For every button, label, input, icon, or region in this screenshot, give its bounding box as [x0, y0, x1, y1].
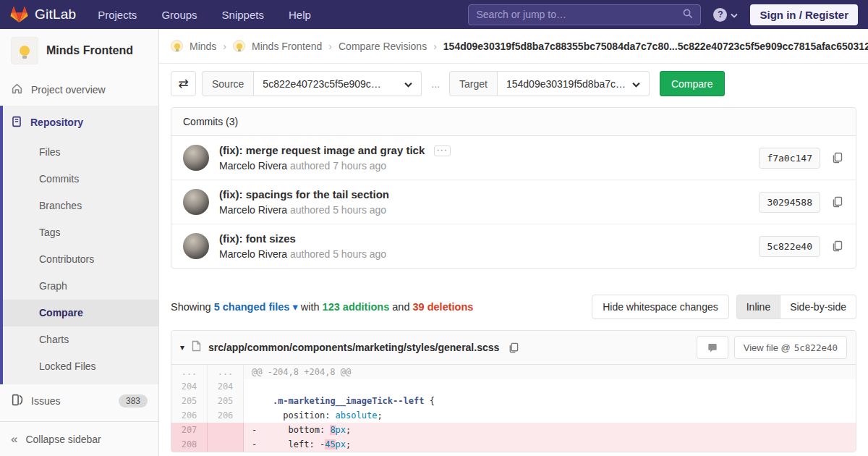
commit-authored-time: authored 7 hours ago	[290, 160, 386, 172]
new-line-number[interactable]: 205	[208, 394, 244, 408]
side-by-side-view-button[interactable]: Side-by-side	[780, 295, 856, 319]
file-path-link[interactable]: src/app/common/components/marketing/styl…	[208, 342, 499, 353]
view-file-button[interactable]: View file @ 5c822e40	[734, 336, 847, 359]
old-line-number[interactable]: 208	[171, 437, 208, 452]
new-line-number[interactable]: 204	[208, 379, 244, 394]
avatar[interactable]	[183, 189, 209, 215]
sidebar-item-charts[interactable]: Charts	[0, 326, 158, 353]
new-line-number[interactable]: 206	[208, 408, 244, 423]
project-name: Minds Frontend	[46, 44, 133, 57]
diff-line-row: 204 204	[171, 379, 856, 394]
commit-author-link[interactable]: Marcelo Rivera	[219, 160, 287, 172]
sidebar-item-locked-files[interactable]: Locked Files	[0, 353, 158, 380]
commit-authored-time: authored 5 hours ago	[290, 204, 386, 216]
commit-main: (fix): spacings for the tail section Mar…	[219, 188, 759, 216]
commit-row: (fix): spacings for the tail section Mar…	[171, 180, 856, 224]
chevron-down-icon	[404, 78, 412, 90]
file-icon	[191, 340, 202, 355]
sidebar-item-tags[interactable]: Tags	[0, 219, 158, 246]
hide-whitespace-button[interactable]: Hide whitespace changes	[592, 295, 729, 319]
and-label: and	[392, 301, 409, 313]
copy-sha-button[interactable]	[830, 239, 844, 253]
commits-card: Commits (3) (fix): merge request image a…	[171, 107, 856, 269]
help-menu[interactable]: ?	[713, 8, 738, 22]
project-context-header[interactable]: Minds Frontend	[0, 29, 158, 74]
lightbulb-icon	[20, 46, 30, 56]
old-line-number[interactable]: 206	[171, 408, 208, 423]
sign-in-register-button[interactable]: Sign in / Register	[750, 4, 858, 25]
nav-links: Projects Groups Snippets Help	[98, 9, 311, 21]
diff-view-controls: Hide whitespace changes Inline Side-by-s…	[592, 295, 856, 319]
top-navbar: GitLab Projects Groups Snippets Help ? S…	[0, 0, 868, 29]
old-line-number[interactable]: ...	[171, 365, 208, 379]
new-line-number[interactable]	[208, 423, 244, 437]
diff-summary-row: Showing 5 changed files ▾ with 123 addit…	[171, 295, 856, 319]
sidebar-item-compare[interactable]: Compare	[0, 300, 158, 326]
code-line: - left: -45px;	[244, 437, 856, 452]
view-mode-toggle: Inline Side-by-side	[736, 295, 856, 319]
sidebar-item-issues[interactable]: Issues 383	[0, 384, 158, 418]
sidebar-item-files[interactable]: Files	[0, 139, 158, 166]
breadcrumb-section[interactable]: Compare Revisions	[339, 41, 427, 52]
diff-file-header: ▾ src/app/common/components/marketing/st…	[171, 331, 856, 365]
new-line-number[interactable]	[208, 437, 244, 452]
source-branch-dropdown[interactable]: 5c822e40723c5f5e909c…	[254, 71, 422, 96]
search-icon	[682, 8, 693, 22]
view-file-label: View file @	[744, 342, 791, 353]
nav-link-projects[interactable]: Projects	[98, 9, 137, 21]
commit-title-link[interactable]: (fix): font sizes	[219, 232, 296, 245]
old-line-number[interactable]: 204	[171, 379, 208, 394]
changed-files-dropdown[interactable]: 5 changed files ▾	[214, 301, 298, 313]
copy-sha-button[interactable]	[830, 151, 844, 165]
page-body: ⇄ Source 5c822e40723c5f5e909c… ... Targe…	[159, 64, 868, 452]
sidebar-item-label: Repository	[30, 117, 83, 128]
document-icon	[11, 116, 22, 130]
nav-link-help[interactable]: Help	[289, 9, 311, 21]
collapse-sidebar-button[interactable]: « Collapse sidebar	[0, 421, 158, 456]
issues-icon	[11, 394, 23, 408]
nav-link-snippets[interactable]: Snippets	[222, 9, 264, 21]
new-line-number[interactable]: ...	[208, 365, 244, 379]
range-separator: ...	[427, 78, 443, 90]
sidebar-item-branches[interactable]: Branches	[0, 193, 158, 219]
compare-button[interactable]: Compare	[660, 71, 725, 96]
swap-revisions-button[interactable]: ⇄	[171, 71, 196, 96]
breadcrumb-group[interactable]: Minds	[190, 41, 216, 52]
copy-file-path-button[interactable]	[506, 341, 520, 355]
collapse-diff-caret-icon[interactable]: ▾	[180, 342, 184, 352]
sidebar-item-commits[interactable]: Commits	[0, 166, 158, 193]
comment-bubble-icon	[707, 342, 718, 353]
toggle-comments-button[interactable]	[697, 336, 728, 359]
commit-author-link[interactable]: Marcelo Rivera	[219, 248, 287, 260]
commit-author-link[interactable]: Marcelo Rivera	[219, 204, 287, 216]
showing-label: Showing	[171, 301, 211, 313]
caret-down-icon: ▾	[292, 301, 297, 313]
target-branch-dropdown[interactable]: 154d09e30319f5d8ba7c…	[498, 71, 650, 96]
commit-title-link[interactable]: (fix): merge request image and gray tick	[219, 144, 425, 156]
global-search[interactable]	[468, 4, 701, 25]
sidebar-item-graph[interactable]: Graph	[0, 273, 158, 300]
project-avatar	[11, 37, 38, 64]
code-line: - bottom: 8px;	[244, 423, 856, 437]
commit-authored-time: authored 5 hours ago	[290, 248, 386, 260]
inline-view-button[interactable]: Inline	[736, 295, 780, 319]
toggle-description-button[interactable]: ···	[434, 145, 451, 156]
avatar[interactable]	[183, 145, 209, 171]
copy-sha-button[interactable]	[830, 195, 844, 209]
old-line-number[interactable]: 207	[171, 423, 208, 437]
old-line-number[interactable]: 205	[171, 394, 208, 408]
gitlab-logo[interactable]: GitLab	[10, 6, 76, 23]
sidebar-item-project-overview[interactable]: Project overview	[0, 74, 158, 106]
breadcrumb-project[interactable]: Minds Frontend	[252, 41, 322, 52]
sidebar-item-contributors[interactable]: Contributors	[0, 246, 158, 273]
search-input[interactable]	[476, 9, 682, 20]
target-branch-value: 154d09e30319f5d8ba7c…	[506, 78, 626, 90]
sidebar-item-repository[interactable]: Repository	[0, 106, 158, 139]
breadcrumb-separator: ›	[223, 41, 226, 52]
commit-title-link[interactable]: (fix): spacings for the tail section	[219, 188, 389, 200]
target-label: Target	[449, 71, 498, 96]
commit-sha-label: 5c822e40	[759, 236, 820, 257]
avatar[interactable]	[183, 233, 209, 259]
additions-count: 123 additions	[323, 301, 390, 313]
nav-link-groups[interactable]: Groups	[161, 9, 197, 21]
